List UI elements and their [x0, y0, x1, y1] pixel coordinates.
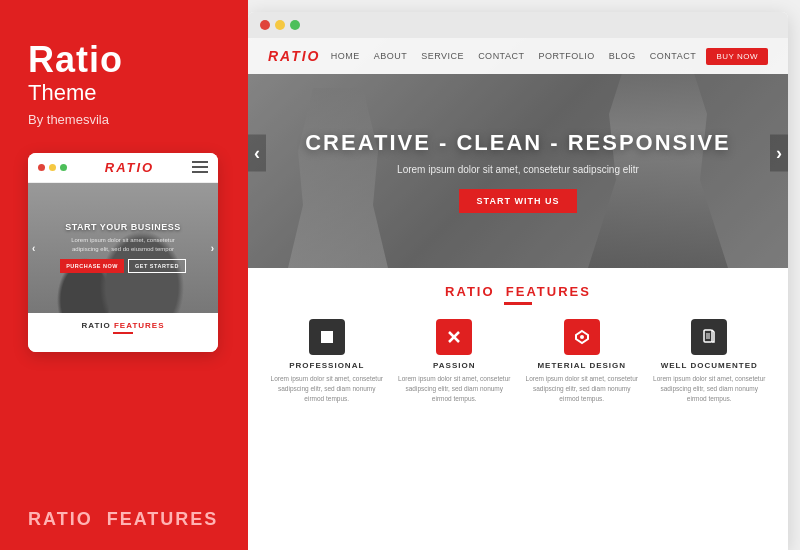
feature-icon-material: [564, 319, 600, 355]
browser-topbar: [248, 12, 788, 38]
feature-desc-professional: Lorem ipsum dolor sit amet, consetetur s…: [268, 374, 386, 403]
nav-link-portfolio[interactable]: PORTFOLIO: [538, 51, 594, 61]
mobile-hero-buttons: PURCHASE NOW GET STARTED: [60, 259, 186, 273]
left-features-suffix: FEATURES: [107, 509, 219, 529]
mobile-started-button[interactable]: GET STARTED: [128, 259, 186, 273]
documented-icon: [701, 329, 717, 345]
nav-link-contact[interactable]: CONTACT: [478, 51, 524, 61]
professional-icon: [319, 329, 335, 345]
website-hero: RATIO HOME ABOUT SERVICE CONTACT PORTFOL…: [248, 38, 788, 268]
mobile-dot-red: [38, 164, 45, 171]
svg-point-4: [580, 335, 584, 339]
browser-dot-yellow: [275, 20, 285, 30]
nav-link-contact2[interactable]: CONTACT: [650, 51, 696, 61]
website-prev-arrow[interactable]: ‹: [248, 135, 266, 172]
mobile-features-section: RATIO FEATURES: [28, 313, 218, 352]
features-prefix: RATIO: [445, 284, 494, 299]
mobile-logo: RATIO: [105, 160, 154, 175]
feature-name-documented: WELL DOCUMENTED: [661, 361, 758, 370]
mobile-hero-content: START YOUR BUSINESS Lorem ipsum dolor si…: [52, 214, 194, 281]
mobile-prev-arrow[interactable]: ‹: [32, 242, 35, 253]
hamburger-line: [192, 161, 208, 163]
mobile-features-title: RATIO FEATURES: [36, 321, 210, 330]
hamburger-line: [192, 166, 208, 168]
nav-link-service[interactable]: SERVICE: [421, 51, 464, 61]
brand-title: Ratio: [28, 40, 123, 80]
hamburger-line: [192, 171, 208, 173]
website-hero-title: CREATIVE - CLEAN - RESPONSIVE: [305, 130, 731, 156]
mobile-hero-subtitle: Lorem ipsum dolor sit amet, conseteturad…: [60, 236, 186, 253]
left-panel: Ratio Theme By themesvila RATIO ‹ START …: [0, 0, 248, 550]
feature-passion: PASSION Lorem ipsum dolor sit amet, cons…: [396, 319, 514, 403]
mobile-next-arrow[interactable]: ›: [211, 242, 214, 253]
nav-link-blog[interactable]: BLOG: [609, 51, 636, 61]
brand-subtitle: Theme: [28, 80, 96, 106]
feature-desc-documented: Lorem ipsum dolor sit amet, consetetur s…: [651, 374, 769, 403]
browser-dot-green: [290, 20, 300, 30]
features-grid: PROFESSIONAL Lorem ipsum dolor sit amet,…: [268, 319, 768, 403]
mobile-hero: ‹ START YOUR BUSINESS Lorem ipsum dolor …: [28, 183, 218, 313]
mobile-mockup: RATIO ‹ START YOUR BUSINESS Lorem ipsum …: [28, 153, 218, 352]
feature-name-professional: PROFESSIONAL: [289, 361, 364, 370]
left-features-label: RATIO FEATURES: [28, 509, 220, 530]
mobile-hero-title: START YOUR BUSINESS: [60, 222, 186, 232]
feature-icon-passion: [436, 319, 472, 355]
mobile-dot-yellow: [49, 164, 56, 171]
website-nav-logo: RATIO: [268, 48, 321, 64]
feature-documented: WELL DOCUMENTED Lorem ipsum dolor sit am…: [651, 319, 769, 403]
left-bottom-features: RATIO FEATURES: [28, 499, 220, 530]
mobile-hamburger-icon[interactable]: [192, 161, 208, 173]
mobile-dot-green: [60, 164, 67, 171]
website-next-arrow[interactable]: ›: [770, 135, 788, 172]
feature-material: METERIAL DESIGN Lorem ipsum dolor sit am…: [523, 319, 641, 403]
website-content: RATIO HOME ABOUT SERVICE CONTACT PORTFOL…: [248, 38, 788, 550]
svg-rect-0: [321, 331, 333, 343]
website-nav-links: HOME ABOUT SERVICE CONTACT PORTFOLIO BLO…: [331, 51, 696, 61]
browser-dots: [260, 20, 300, 30]
mobile-purchase-button[interactable]: PURCHASE NOW: [60, 259, 124, 273]
browser-dot-red: [260, 20, 270, 30]
material-icon: [574, 329, 590, 345]
nav-link-about[interactable]: ABOUT: [374, 51, 408, 61]
feature-name-material: METERIAL DESIGN: [537, 361, 626, 370]
nav-link-home[interactable]: HOME: [331, 51, 360, 61]
feature-name-passion: PASSION: [433, 361, 475, 370]
mobile-topbar: RATIO: [28, 153, 218, 183]
feature-desc-passion: Lorem ipsum dolor sit amet, consetetur s…: [396, 374, 514, 403]
feature-professional: PROFESSIONAL Lorem ipsum dolor sit amet,…: [268, 319, 386, 403]
browser-mockup: RATIO HOME ABOUT SERVICE CONTACT PORTFOL…: [248, 12, 788, 550]
website-nav-cta[interactable]: BUY NOW: [706, 48, 768, 65]
mobile-features-underline: [113, 332, 133, 334]
features-underline: [504, 302, 532, 305]
feature-desc-material: Lorem ipsum dolor sit amet, consetetur s…: [523, 374, 641, 403]
mobile-dots: [38, 164, 67, 171]
passion-icon: [446, 329, 462, 345]
website-features-section: RATIO FEATURES PROFESSIONAL Lorem ipsum …: [248, 268, 788, 419]
website-nav: RATIO HOME ABOUT SERVICE CONTACT PORTFOL…: [248, 38, 788, 74]
features-suffix: FEATURES: [506, 284, 591, 299]
website-hero-cta-button[interactable]: START WITH US: [459, 189, 578, 213]
brand-by: By themesvila: [28, 112, 109, 127]
right-panel: RATIO HOME ABOUT SERVICE CONTACT PORTFOL…: [248, 0, 800, 550]
website-features-header: RATIO FEATURES: [268, 284, 768, 299]
website-hero-subtitle: Lorem ipsum dolor sit amet, consetetur s…: [397, 164, 639, 175]
left-features-prefix: RATIO: [28, 509, 93, 529]
mobile-features-title-accent: FEATURES: [114, 321, 165, 330]
feature-icon-documented: [691, 319, 727, 355]
feature-icon-professional: [309, 319, 345, 355]
